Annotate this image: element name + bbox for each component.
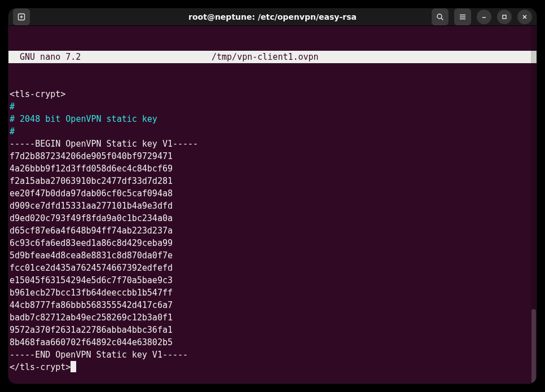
nano-version: GNU nano 7.2 xyxy=(8,51,212,63)
file-line: 5d9bfeae4d8cea8e8831c8d870da0f7e xyxy=(10,249,537,262)
file-line: # xyxy=(10,125,537,138)
cursor xyxy=(71,361,76,372)
hamburger-menu-button[interactable] xyxy=(454,8,471,25)
terminal-window: root@neptune: /etc/openvpn/easy-rsa xyxy=(8,8,537,384)
file-line: ee20f47b0dda97dab06cf0c5caf094a8 xyxy=(10,187,537,200)
close-button[interactable] xyxy=(517,10,532,24)
terminal-body[interactable]: GNU nano 7.2 /tmp/vpn-client1.ovpn <tls-… xyxy=(8,26,537,384)
file-line: f2a15aba27063910bc2477df33d7d281 xyxy=(10,175,537,187)
maximize-button[interactable] xyxy=(497,10,512,24)
file-line: f7d2b887234206de905f040bf9729471 xyxy=(10,150,537,162)
file-line: b961ecb27bcc13fb64deeccbb1b547ff xyxy=(10,287,537,299)
file-line: 44cb8777fa86bbb568355542d417c6a7 xyxy=(10,299,537,311)
file-line: -----END OpenVPN Static key V1----- xyxy=(10,349,537,361)
file-line: fcc01ce2d435a7624574667392edfefd xyxy=(10,262,537,274)
file-line: d9ed020c793f49f8fda9a0c1bc234a0a xyxy=(10,212,537,224)
file-line: <tls-crypt> xyxy=(10,88,537,100)
new-tab-button[interactable] xyxy=(13,8,30,25)
nano-header: GNU nano 7.2 /tmp/vpn-client1.ovpn xyxy=(8,51,537,63)
file-line: d909ce7dfd15331aa277101b4a9e3dfd xyxy=(10,200,537,212)
svg-rect-2 xyxy=(503,15,506,19)
search-button[interactable] xyxy=(432,8,449,25)
file-line: d65cf87e6a4f648b94ff74ab223d237a xyxy=(10,224,537,237)
file-line: badb7c82712ab49ec258269c12b3a0f1 xyxy=(10,311,537,324)
file-line: -----BEGIN OpenVPN Static key V1----- xyxy=(10,138,537,150)
file-content: <tls-crypt>## 2048 bit OpenVPN static ke… xyxy=(8,88,537,373)
scrollbar-track[interactable] xyxy=(531,26,537,384)
window-title: root@neptune: /etc/openvpn/easy-rsa xyxy=(188,12,357,21)
scrollbar-thumb[interactable] xyxy=(531,309,536,384)
file-line: # 2048 bit OpenVPN static key xyxy=(10,113,537,125)
minimize-button[interactable] xyxy=(477,10,491,24)
file-line: </tls-crypt> xyxy=(10,361,537,373)
file-line: 9572a370f2631a22786abba4bbc36fa1 xyxy=(10,324,537,336)
file-line: 4a26bbb9f12d3ffd058d6ec4c84bcf69 xyxy=(10,162,537,175)
file-line: 6c93c6fa6ed83eed1a86c8d429ceba99 xyxy=(10,237,537,249)
svg-point-1 xyxy=(437,14,442,19)
file-line: # xyxy=(10,100,537,113)
file-line: 8b468faa660702f64892c044e63802b5 xyxy=(10,336,537,349)
file-line: e15045f63154294e5d6c7f70a5bae9c3 xyxy=(10,274,537,287)
titlebar: root@neptune: /etc/openvpn/easy-rsa xyxy=(8,8,537,26)
nano-file-path: /tmp/vpn-client1.ovpn xyxy=(212,51,319,63)
